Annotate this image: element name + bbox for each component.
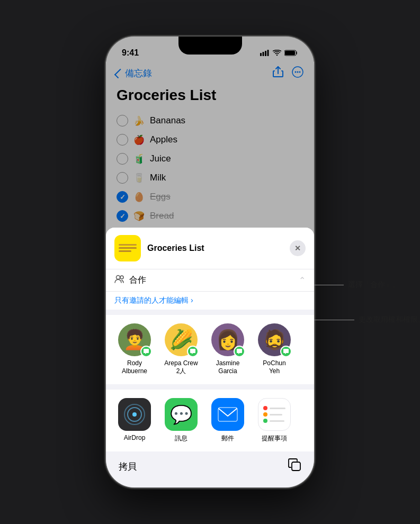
contact-name-jasmine: JasmineGarcia — [216, 359, 240, 376]
avatar-wrap-jasmine: 👩 — [211, 323, 244, 356]
contact-name-rody: RodyAlbuerne — [122, 359, 147, 376]
app-name-mail: 郵件 — [221, 434, 234, 443]
contact-name-pochun: PoChunYeh — [263, 359, 285, 376]
rem-item-3 — [263, 419, 285, 423]
app-name-messages: 訊息 — [175, 434, 187, 443]
phone-frame: 9:41 — [106, 37, 314, 487]
sheet-note-title: Groceries List — [147, 243, 283, 253]
rem-line-2 — [270, 414, 282, 415]
contact-pochun[interactable]: 🧔 PoChunYeh — [251, 323, 298, 376]
collab-row[interactable]: 合作 ⌃ — [106, 269, 314, 292]
icon-line-3 — [119, 250, 131, 252]
airdrop-graphic — [124, 404, 145, 425]
collab-label: 合作 — [129, 275, 294, 286]
rem-item-1 — [263, 406, 285, 410]
collab-arrow-icon: ⌃ — [299, 275, 306, 285]
svg-rect-12 — [218, 408, 237, 421]
airdrop-dot — [132, 412, 137, 417]
contacts-section: 🧑‍🦱 RodyAlbuerne 🌽 — [106, 315, 314, 384]
message-badge-rody — [140, 346, 152, 357]
app-name-reminders: 提醒事項 — [262, 434, 287, 443]
avatar-wrap-pochun: 🧔 — [258, 323, 291, 356]
sheet-close-button[interactable]: ✕ — [290, 240, 306, 256]
permission-arrow-icon: › — [191, 296, 193, 304]
copy-icon-button[interactable] — [288, 458, 301, 475]
message-badge-jasmine — [234, 346, 245, 357]
message-badge-pochun — [280, 346, 292, 357]
avatar-wrap-arepa: 🌽 — [165, 323, 198, 356]
copy-text-button[interactable]: 拷貝 — [119, 460, 137, 473]
avatar-wrap-rody: 🧑‍🦱 — [118, 323, 151, 356]
svg-point-10 — [117, 276, 120, 279]
reminders-icon — [258, 398, 291, 431]
svg-point-11 — [120, 276, 123, 279]
annotation-1: 選擇「合作」。 — [296, 280, 420, 290]
icon-line-2 — [119, 247, 137, 249]
rem-line-1 — [270, 408, 285, 409]
note-app-icon — [114, 235, 141, 261]
contact-jasmine[interactable]: 👩 JasmineGarcia — [204, 323, 251, 376]
message-badge-arepa — [187, 346, 199, 357]
annotations-container: 選擇「合作」。 更改取用權和權限。 — [296, 37, 420, 487]
collab-person-icon — [114, 275, 125, 285]
apps-section: AirDrop 💬 訊息 — [106, 390, 314, 451]
rem-dot-2 — [263, 412, 267, 417]
app-name-airdrop: AirDrop — [124, 434, 146, 441]
contact-arepa[interactable]: 🌽 Arepa Crew2人 — [158, 323, 204, 376]
reminders-list-graphic — [259, 402, 290, 427]
apps-grid: AirDrop 💬 訊息 — [111, 398, 309, 443]
svg-rect-13 — [292, 462, 300, 471]
app-messages[interactable]: 💬 訊息 — [158, 398, 204, 443]
rem-item-2 — [263, 412, 285, 417]
contact-name-arepa: Arepa Crew2人 — [164, 359, 198, 376]
annotation-text-2: 更改取用權和權限。 — [354, 315, 420, 324]
bottom-row: 拷貝 — [106, 451, 314, 477]
sheet-header: Groceries List ✕ — [106, 228, 314, 269]
annotation-2: 更改取用權和權限。 — [296, 315, 420, 324]
permission-text: 只有邀請的人才能編輯 — [114, 296, 189, 304]
icon-line-1 — [119, 244, 137, 246]
rem-dot-1 — [263, 406, 267, 410]
app-mail[interactable]: 郵件 — [204, 398, 251, 443]
app-reminders[interactable]: 提醒事項 — [251, 398, 298, 443]
share-sheet: Groceries List ✕ 合作 ⌃ 只有邀請的人才能編輯 — [106, 228, 314, 487]
permission-row[interactable]: 只有邀請的人才能編輯 › — [106, 292, 314, 310]
messages-icon: 💬 — [165, 398, 198, 431]
rem-dot-3 — [263, 419, 267, 423]
app-airdrop[interactable]: AirDrop — [111, 398, 158, 443]
airdrop-icon — [118, 398, 151, 431]
annotation-text-1: 選擇「合作」。 — [344, 280, 400, 290]
rem-line-3 — [270, 420, 284, 422]
contacts-grid: 🧑‍🦱 RodyAlbuerne 🌽 — [106, 323, 314, 376]
contact-rody[interactable]: 🧑‍🦱 RodyAlbuerne — [111, 323, 158, 376]
mail-icon — [211, 398, 244, 431]
